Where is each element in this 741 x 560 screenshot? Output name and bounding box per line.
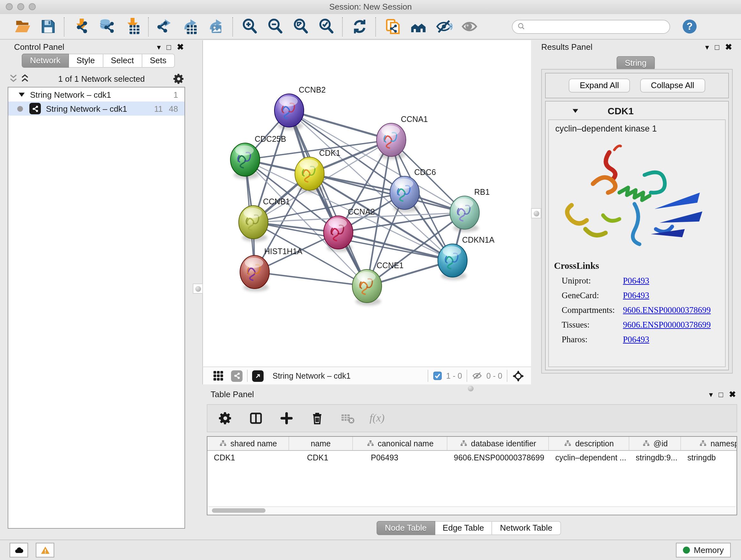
grid-view-icon[interactable] [212,369,225,382]
panel-close-icon[interactable]: ✖ [729,391,736,398]
crosslink-link[interactable]: P06493 [623,291,650,301]
network-row[interactable]: String Network – cdk1 11 48 [8,102,185,116]
help-icon[interactable]: ? [682,18,697,35]
table-panel-title: Table Panel [211,389,254,399]
left-splitter-handle[interactable] [193,284,203,294]
export-network-icon[interactable] [156,17,174,36]
column-header-canonical-name[interactable]: canonical name [353,437,448,450]
column-header-shared-name[interactable]: shared name [207,437,289,450]
export-table-icon[interactable] [182,17,200,36]
table-cell[interactable]: 9606.ENSP00000378699 [448,451,549,464]
hide-selection-icon[interactable] [434,17,453,36]
panel-close-icon[interactable]: ✖ [177,44,184,51]
tab-select[interactable]: Select [103,54,142,68]
crosslink-link[interactable]: P06493 [623,276,650,286]
table-cell[interactable]: cyclin–dependent ... [549,451,629,464]
column-header-id[interactable]: @id [629,437,681,450]
scrollbar-thumb[interactable] [212,508,266,513]
node-CCNB2[interactable] [274,94,304,130]
network-graph[interactable]: CCNB2CCNA1CDC25BCDK1CDC6RB1CCNB1CCNA2CDK… [203,40,531,365]
expand-all-button[interactable]: Expand All [569,78,630,92]
delete-column-icon[interactable] [308,409,326,427]
crosslink-link[interactable]: 9606.ENSP00000378699 [623,305,711,315]
cloud-status-button[interactable] [10,543,28,557]
node-table[interactable]: shared namename canonical name database … [207,436,737,515]
open-in-window-icon[interactable] [252,370,264,381]
collection-expander-icon[interactable] [17,90,26,99]
import-database-icon[interactable] [98,17,116,36]
save-session-icon[interactable] [39,17,57,36]
panel-close-icon[interactable]: ✖ [725,44,732,51]
panel-maximize-icon[interactable]: □ [719,391,724,398]
panel-float-icon[interactable]: ▾ [709,391,713,398]
zoom-in-icon[interactable] [241,17,259,36]
zoom-fit-icon[interactable] [292,17,310,36]
network-collection-row[interactable]: String Network – cdk1 1 [8,87,185,102]
import-table-icon[interactable] [123,17,141,36]
table-cell[interactable]: CDK1 [289,451,353,464]
table-horizontal-scrollbar[interactable] [208,506,736,514]
table-cell[interactable]: stringdb [681,451,737,464]
node-CDC25B[interactable] [230,143,260,179]
network-view-share-icon[interactable] [231,370,243,381]
panel-float-icon[interactable]: ▾ [705,44,709,51]
table-cell[interactable]: stringdb:9... [629,451,681,464]
edge-CCNB2-CCNE1[interactable] [289,111,367,286]
panel-maximize-icon[interactable]: □ [166,44,172,51]
node-CDKN1A[interactable] [438,244,467,280]
collapse-all-button[interactable]: Collapse All [640,78,705,92]
node-CDC6[interactable] [390,176,419,212]
tab-network[interactable]: Network [22,54,69,68]
column-header-description[interactable]: description [549,437,629,450]
column-header-database-identifier[interactable]: database identifier [448,437,549,450]
open-session-icon[interactable] [13,17,31,36]
column-header-name[interactable]: name [289,437,353,450]
crosslink-link[interactable]: 9606.ENSP00000378699 [623,320,711,330]
crosslink-label: Uniprot: [554,276,623,286]
zoom-out-icon[interactable] [266,17,284,36]
panel-float-icon[interactable]: ▾ [157,44,161,51]
import-network-icon[interactable] [72,17,90,36]
table-cell[interactable]: CDK1 [207,451,289,464]
current-network-name: String Network – cdk1 [273,371,351,380]
node-CCNA2[interactable] [324,216,353,252]
add-column-icon[interactable] [278,409,295,427]
tab-style[interactable]: Style [69,54,103,68]
network-canvas[interactable]: CCNB2CCNA1CDC25BCDK1CDC6RB1CCNB1CCNA2CDK… [202,40,531,367]
node-CCNB1[interactable] [239,206,268,242]
show-column-panel-icon[interactable] [247,409,265,427]
show-all-icon[interactable] [460,17,478,36]
home-icon[interactable] [409,17,427,36]
node-CDK1[interactable] [295,157,324,193]
search-input[interactable] [512,19,670,34]
hidden-eye-icon[interactable] [472,370,482,381]
warnings-button[interactable] [36,543,54,557]
tab-sets[interactable]: Sets [142,54,175,68]
collapse-all-networks-icon[interactable] [8,73,19,84]
birds-eye-view-icon[interactable] [512,369,525,382]
memory-button[interactable]: Memory [676,543,731,557]
tab-edge-table[interactable]: Edge Table [435,521,492,535]
node-RB1[interactable] [450,196,479,232]
selected-checkbox-icon[interactable] [433,371,442,381]
tab-node-table[interactable]: Node Table [377,521,435,535]
column-header-namespace[interactable]: namespace [681,437,737,450]
node-CCNA1[interactable] [377,123,406,159]
gene-expander-icon[interactable] [571,106,580,115]
panel-maximize-icon[interactable]: □ [715,44,720,51]
table-cell[interactable]: P06493 [353,451,448,464]
edge-HIST1H1A-CCNE1[interactable] [255,272,367,286]
tab-network-table[interactable]: Network Table [492,521,561,535]
tab-string[interactable]: String [616,56,655,70]
crosslink-link[interactable]: P06493 [623,334,650,345]
table-row[interactable]: CDK1CDK1P064939606.ENSP00000378699cyclin… [207,451,737,464]
node-CCNE1[interactable] [352,269,382,306]
expand-all-networks-icon[interactable] [19,73,30,84]
string-import-icon[interactable] [384,17,401,36]
export-image-icon[interactable] [207,17,225,36]
refresh-icon[interactable] [350,17,368,36]
node-HIST1H1A[interactable] [240,255,269,292]
table-options-gear-icon[interactable] [216,409,234,427]
zoom-selected-icon[interactable] [317,17,335,36]
network-options-gear-icon[interactable] [172,72,185,85]
